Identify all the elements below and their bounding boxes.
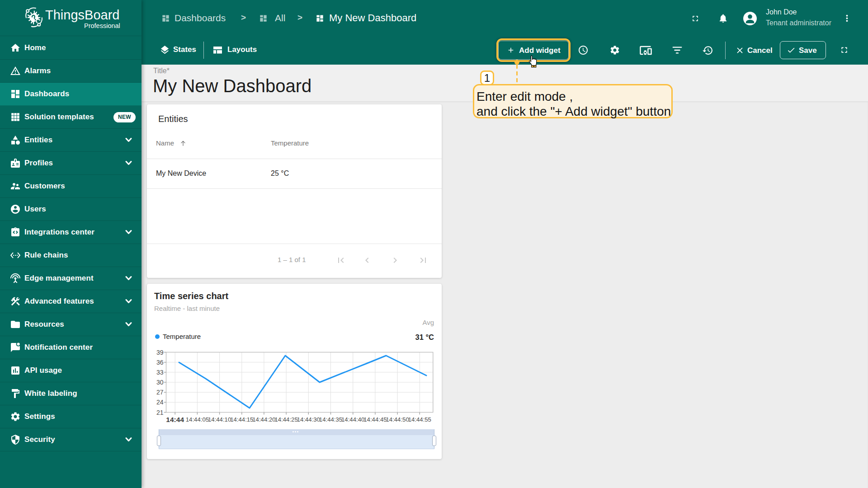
svg-text:14:44:25: 14:44:25 [274,416,297,423]
svg-text:14:44:40: 14:44:40 [341,416,364,423]
svg-text:14:44:55: 14:44:55 [408,416,431,423]
svg-text:14:44:35: 14:44:35 [319,416,342,423]
svg-text:14:44:30: 14:44:30 [297,416,320,423]
svg-text:30: 30 [156,379,164,386]
svg-text:14:44:45: 14:44:45 [363,416,387,423]
svg-text:39: 39 [156,349,164,356]
svg-text:14:44:10: 14:44:10 [208,416,231,423]
svg-text:14:44:15: 14:44:15 [230,416,253,423]
svg-text:14:44: 14:44 [166,416,184,423]
svg-text:14:44:50: 14:44:50 [386,416,409,423]
svg-text:24: 24 [156,399,164,406]
svg-text:14:44:05: 14:44:05 [186,416,209,423]
svg-text:27: 27 [156,389,164,396]
svg-text:33: 33 [156,369,164,376]
svg-text:36: 36 [156,359,164,366]
svg-text:21: 21 [156,409,164,416]
svg-text:14:44:20: 14:44:20 [252,416,275,423]
